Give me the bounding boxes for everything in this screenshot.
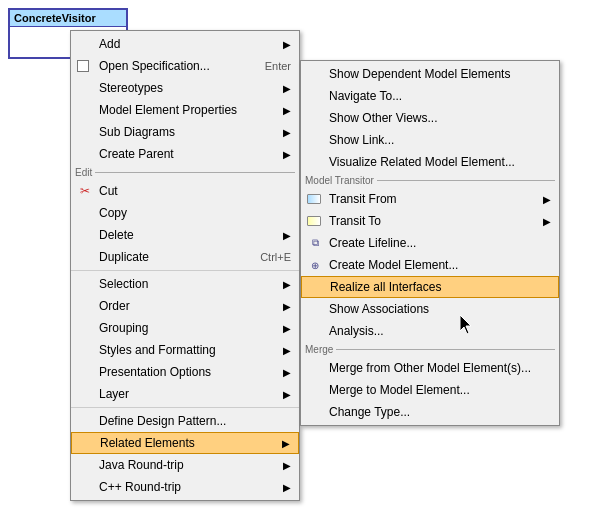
add-label: Add bbox=[99, 37, 120, 51]
transit-from-icon bbox=[307, 194, 321, 204]
delete-arrow: ▶ bbox=[273, 230, 291, 241]
menu-item-duplicate[interactable]: Duplicate Ctrl+E bbox=[71, 246, 299, 268]
menu-item-sub-diagrams[interactable]: Sub Diagrams ▶ bbox=[71, 121, 299, 143]
menu-item-visualize-related[interactable]: Visualize Related Model Element... bbox=[301, 151, 559, 173]
menu-item-copy[interactable]: Copy bbox=[71, 202, 299, 224]
scissors-icon: ✂ bbox=[77, 183, 93, 199]
menu-item-delete[interactable]: Delete ▶ bbox=[71, 224, 299, 246]
realize-all-interfaces-label: Realize all Interfaces bbox=[330, 280, 441, 294]
transit-from-label: Transit From bbox=[329, 192, 397, 206]
transit-to-arrow: ▶ bbox=[533, 216, 551, 227]
primary-context-menu: Add ▶ Open Specification... Enter Stereo… bbox=[70, 30, 300, 501]
menu-item-model-element-props[interactable]: Model Element Properties ▶ bbox=[71, 99, 299, 121]
merge-section-label: Merge bbox=[305, 344, 333, 355]
stereotypes-arrow: ▶ bbox=[273, 83, 291, 94]
styles-formatting-arrow: ▶ bbox=[273, 345, 291, 356]
menu-item-presentation-options[interactable]: Presentation Options ▶ bbox=[71, 361, 299, 383]
open-spec-label: Open Specification... bbox=[99, 59, 210, 73]
menu-item-grouping[interactable]: Grouping ▶ bbox=[71, 317, 299, 339]
show-dependent-label: Show Dependent Model Elements bbox=[329, 67, 510, 81]
menu-item-merge-from[interactable]: Merge from Other Model Element(s)... bbox=[301, 357, 559, 379]
menu-item-open-spec[interactable]: Open Specification... Enter bbox=[71, 55, 299, 77]
secondary-context-menu: Show Dependent Model Elements Navigate T… bbox=[300, 60, 560, 426]
analysis-label: Analysis... bbox=[329, 324, 384, 338]
menu-item-navigate-to[interactable]: Navigate To... bbox=[301, 85, 559, 107]
copy-label: Copy bbox=[99, 206, 127, 220]
menu-item-stereotypes[interactable]: Stereotypes ▶ bbox=[71, 77, 299, 99]
menu-item-related-elements[interactable]: Related Elements ▶ bbox=[71, 432, 299, 454]
merge-section: Merge bbox=[301, 342, 559, 357]
separator-1 bbox=[71, 270, 299, 271]
edit-section-line bbox=[95, 172, 295, 173]
show-other-views-label: Show Other Views... bbox=[329, 111, 438, 125]
menu-item-cut[interactable]: ✂ Cut bbox=[71, 180, 299, 202]
create-parent-label: Create Parent bbox=[99, 147, 174, 161]
order-label: Order bbox=[99, 299, 130, 313]
menu-item-selection[interactable]: Selection ▶ bbox=[71, 273, 299, 295]
duplicate-label: Duplicate bbox=[99, 250, 149, 264]
java-round-trip-label: Java Round-trip bbox=[99, 458, 184, 472]
cpp-round-trip-label: C++ Round-trip bbox=[99, 480, 181, 494]
visualize-related-label: Visualize Related Model Element... bbox=[329, 155, 515, 169]
menu-item-define-design-pattern[interactable]: Define Design Pattern... bbox=[71, 410, 299, 432]
related-elements-arrow: ▶ bbox=[272, 438, 290, 449]
model-transitor-line bbox=[377, 180, 555, 181]
menu-item-show-link[interactable]: Show Link... bbox=[301, 129, 559, 151]
menu-item-layer[interactable]: Layer ▶ bbox=[71, 383, 299, 405]
order-arrow: ▶ bbox=[273, 301, 291, 312]
sub-diagrams-arrow: ▶ bbox=[273, 127, 291, 138]
menu-item-order[interactable]: Order ▶ bbox=[71, 295, 299, 317]
transit-to-label: Transit To bbox=[329, 214, 381, 228]
model-transitor-label: Model Transitor bbox=[305, 175, 374, 186]
layer-label: Layer bbox=[99, 387, 129, 401]
create-parent-arrow: ▶ bbox=[273, 149, 291, 160]
model-element-props-arrow: ▶ bbox=[273, 105, 291, 116]
navigate-to-label: Navigate To... bbox=[329, 89, 402, 103]
menu-item-styles-formatting[interactable]: Styles and Formatting ▶ bbox=[71, 339, 299, 361]
create-lifeline-label: Create Lifeline... bbox=[329, 236, 416, 250]
selection-label: Selection bbox=[99, 277, 148, 291]
model-element-props-label: Model Element Properties bbox=[99, 103, 237, 117]
class-title: ConcreteVisitor bbox=[10, 10, 126, 27]
edit-section-divider: Edit bbox=[71, 165, 299, 180]
presentation-options-arrow: ▶ bbox=[273, 367, 291, 378]
menu-item-show-associations[interactable]: Show Associations bbox=[301, 298, 559, 320]
menu-item-create-lifeline[interactable]: ⧉ Create Lifeline... bbox=[301, 232, 559, 254]
cpp-round-trip-arrow: ▶ bbox=[273, 482, 291, 493]
related-elements-label: Related Elements bbox=[100, 436, 195, 450]
menu-item-merge-to[interactable]: Merge to Model Element... bbox=[301, 379, 559, 401]
menu-item-show-other-views[interactable]: Show Other Views... bbox=[301, 107, 559, 129]
merge-to-label: Merge to Model Element... bbox=[329, 383, 470, 397]
java-round-trip-arrow: ▶ bbox=[273, 460, 291, 471]
model-element-icon: ⊕ bbox=[307, 257, 323, 273]
stereotypes-label: Stereotypes bbox=[99, 81, 163, 95]
cut-label: Cut bbox=[99, 184, 118, 198]
menu-item-transit-to[interactable]: Transit To ▶ bbox=[301, 210, 559, 232]
define-design-pattern-label: Define Design Pattern... bbox=[99, 414, 226, 428]
menu-item-realize-all-interfaces[interactable]: Realize all Interfaces bbox=[301, 276, 559, 298]
sub-diagrams-label: Sub Diagrams bbox=[99, 125, 175, 139]
lifeline-icon: ⧉ bbox=[307, 235, 323, 251]
menu-item-java-round-trip[interactable]: Java Round-trip ▶ bbox=[71, 454, 299, 476]
menu-item-create-model-element[interactable]: ⊕ Create Model Element... bbox=[301, 254, 559, 276]
transit-from-arrow: ▶ bbox=[533, 194, 551, 205]
menu-item-cpp-round-trip[interactable]: C++ Round-trip ▶ bbox=[71, 476, 299, 498]
menu-item-change-type[interactable]: Change Type... bbox=[301, 401, 559, 423]
grouping-label: Grouping bbox=[99, 321, 148, 335]
selection-arrow: ▶ bbox=[273, 279, 291, 290]
grouping-arrow: ▶ bbox=[273, 323, 291, 334]
duplicate-shortcut: Ctrl+E bbox=[240, 251, 291, 263]
delete-label: Delete bbox=[99, 228, 134, 242]
add-arrow: ▶ bbox=[273, 39, 291, 50]
merge-section-line bbox=[336, 349, 555, 350]
create-model-element-label: Create Model Element... bbox=[329, 258, 458, 272]
menu-item-analysis[interactable]: Analysis... bbox=[301, 320, 559, 342]
menu-item-create-parent[interactable]: Create Parent ▶ bbox=[71, 143, 299, 165]
open-spec-shortcut: Enter bbox=[245, 60, 291, 72]
separator-2 bbox=[71, 407, 299, 408]
layer-arrow: ▶ bbox=[273, 389, 291, 400]
presentation-options-label: Presentation Options bbox=[99, 365, 211, 379]
menu-item-transit-from[interactable]: Transit From ▶ bbox=[301, 188, 559, 210]
menu-item-add[interactable]: Add ▶ bbox=[71, 33, 299, 55]
menu-item-show-dependent[interactable]: Show Dependent Model Elements bbox=[301, 63, 559, 85]
